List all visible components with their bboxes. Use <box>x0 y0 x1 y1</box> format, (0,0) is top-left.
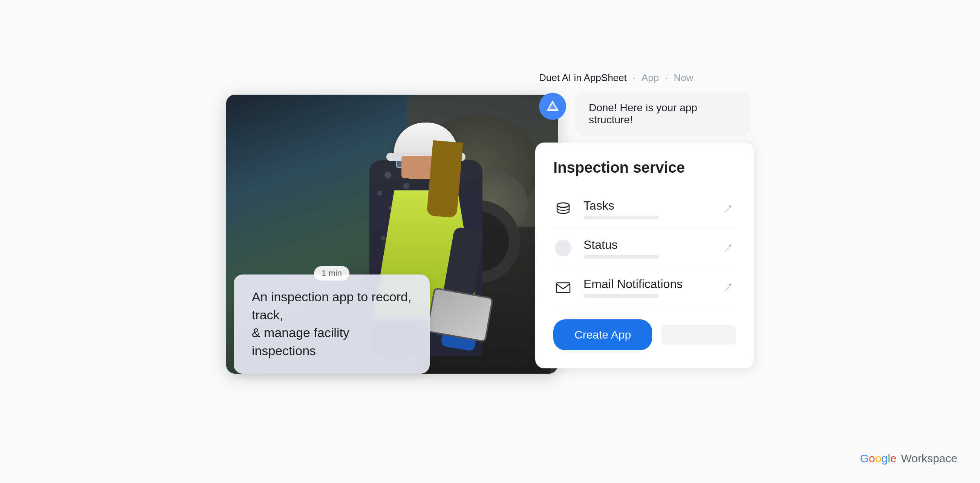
email-notifications-item[interactable]: Email Notifications <box>553 268 736 307</box>
tasks-label: Tasks <box>584 199 709 213</box>
status-content: Status <box>584 238 709 259</box>
ai-response-row: Done! Here is your app structure! <box>535 93 754 135</box>
status-sub-line <box>584 255 659 259</box>
ai-header-title: Duet AI in AppSheet <box>539 72 627 84</box>
email-notifications-label: Email Notifications <box>584 277 709 291</box>
ai-logo-icon <box>545 99 560 114</box>
pencil-icon-3 <box>722 282 733 293</box>
status-icon-container <box>553 238 573 258</box>
app-structure-card: Inspection service Tasks <box>535 142 754 368</box>
email-icon-container <box>553 277 573 297</box>
status-label: Status <box>584 238 709 252</box>
tasks-content: Tasks <box>584 199 709 220</box>
email-icon <box>555 279 571 296</box>
email-sub-line <box>584 294 659 298</box>
chat-bubble-user: 1 min An inspection app to record, track… <box>234 274 430 373</box>
main-content: 1 min An inspection app to record, track… <box>226 72 754 411</box>
create-app-extra-space <box>661 325 736 344</box>
time-badge: 1 min <box>314 266 349 281</box>
email-notifications-content: Email Notifications <box>584 277 709 298</box>
ai-avatar <box>539 93 566 120</box>
ai-response-bubble: Done! Here is your app structure! <box>575 93 750 135</box>
status-edit-button[interactable] <box>719 240 736 257</box>
database-icon <box>555 201 571 217</box>
ai-header-app: App <box>641 72 659 84</box>
tasks-edit-button[interactable] <box>719 201 736 217</box>
tasks-sub-line <box>584 216 659 220</box>
google-workspace-logo: Google Workspace <box>860 452 958 465</box>
tasks-icon <box>553 199 573 219</box>
status-circle-icon <box>555 240 571 257</box>
header-divider: · <box>633 72 635 84</box>
svg-rect-3 <box>556 283 570 293</box>
ai-header-labels: Duet AI in AppSheet · App · Now <box>539 72 693 84</box>
pencil-icon-2 <box>722 243 733 253</box>
message-text: An inspection app to record, track,& man… <box>252 288 412 360</box>
page-container: 1 min An inspection app to record, track… <box>0 0 980 483</box>
tasks-item[interactable]: Tasks <box>553 190 736 229</box>
ai-header-now: Now <box>674 72 693 84</box>
ai-panel: Duet AI in AppSheet · App · Now Done! He… <box>535 72 754 368</box>
workspace-text: Workspace <box>901 452 958 465</box>
status-item[interactable]: Status <box>553 229 736 268</box>
create-app-button[interactable]: Create App <box>553 319 652 350</box>
header-divider-2: · <box>665 72 668 84</box>
email-edit-button[interactable] <box>719 279 736 296</box>
google-logo-text: Google <box>860 452 897 465</box>
app-name: Inspection service <box>553 159 736 176</box>
pencil-icon <box>722 204 733 214</box>
ai-chat-header: Duet AI in AppSheet · App · Now <box>535 72 754 84</box>
create-app-row: Create App <box>553 319 736 350</box>
